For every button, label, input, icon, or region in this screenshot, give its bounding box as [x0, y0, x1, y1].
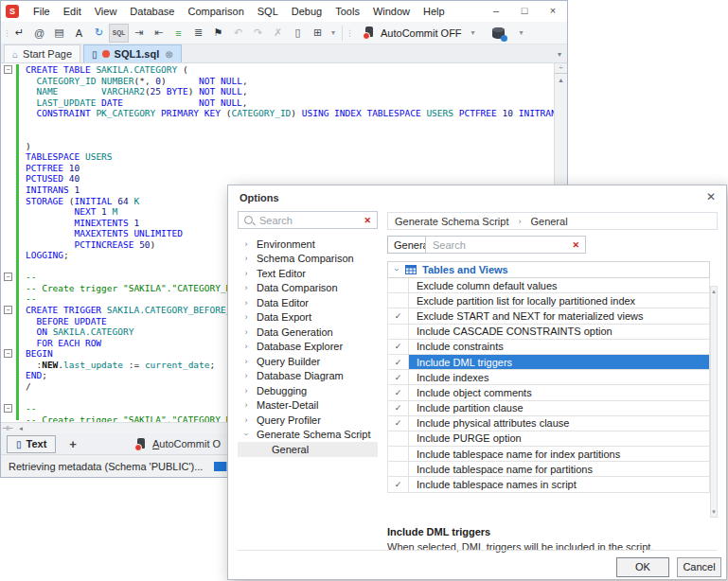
menu-item-tools[interactable]: Tools	[328, 1, 366, 22]
option-row-include-tablespace-names-in-script[interactable]: ✓Include tablespace names in script	[387, 477, 710, 492]
tree-item-query-profiler[interactable]: ›Query Profiler	[238, 413, 378, 428]
chevron-collapsed-icon[interactable]: ›	[241, 312, 251, 322]
scroll-up-icon[interactable]: ▲	[555, 74, 567, 83]
chevron-expanded-icon[interactable]: ›	[392, 261, 401, 278]
option-row-include-tablespace-name-for-partitions[interactable]: Include tablespace name for partitions	[387, 462, 710, 477]
tree-item-data-generation[interactable]: ›Data Generation	[238, 325, 378, 340]
tree-item-master-detail[interactable]: ›Master-Detail	[238, 398, 378, 414]
parameters-icon[interactable]: @	[29, 24, 49, 43]
hsplit-handle-icon[interactable]: ⊣⊢	[1, 425, 14, 432]
next-bookmark-icon[interactable]: ↷	[248, 24, 268, 43]
tab-sql1[interactable]: ▯ SQL1.sql ⊗	[83, 44, 182, 62]
checkbox-unchecked[interactable]	[388, 325, 409, 339]
chevron-collapsed-icon[interactable]: ›	[241, 371, 251, 380]
checkbox-unchecked[interactable]	[388, 447, 409, 461]
comment-icon[interactable]: ≡	[169, 24, 188, 43]
document-outline-icon[interactable]: ▯	[288, 24, 308, 43]
code-line[interactable]: CREATE TABLE SAKILA.CATEGORY (	[26, 64, 556, 76]
clear-search-icon[interactable]: ✕	[572, 240, 579, 250]
scroll-down-icon[interactable]: ▼	[711, 509, 717, 517]
prev-bookmark-icon[interactable]: ↶	[228, 24, 248, 43]
menu-item-view[interactable]: View	[88, 1, 124, 22]
option-row-exclude-column-default-values[interactable]: Exclude column default values	[387, 278, 710, 293]
new-sql-icon[interactable]: ↵	[9, 24, 29, 43]
chevron-collapsed-icon[interactable]: ›	[241, 269, 251, 278]
tab-close-icon[interactable]: ⊗	[165, 49, 172, 60]
refresh-icon[interactable]: ↻	[89, 24, 109, 43]
chevron-collapsed-icon[interactable]: ›	[241, 386, 251, 396]
checkbox-checked[interactable]: ✓	[388, 340, 409, 354]
option-row-exclude-partition-list-for-locally-partitioned-index[interactable]: Exclude partition list for locally parti…	[387, 293, 710, 308]
checkbox-unchecked[interactable]	[388, 278, 409, 292]
chevron-collapsed-icon[interactable]: ›	[241, 254, 251, 263]
clear-bookmarks-icon[interactable]: ✗	[268, 24, 288, 43]
tab-start-page[interactable]: ⌂ Start Page	[4, 44, 80, 62]
tree-item-query-builder[interactable]: ›Query Builder	[238, 354, 378, 369]
uncomment-icon[interactable]: ≣	[188, 24, 208, 43]
chevron-collapsed-icon[interactable]: ›	[241, 298, 251, 308]
fold-collapse-icon[interactable]: −	[4, 273, 12, 281]
chevron-collapsed-icon[interactable]: ›	[241, 400, 251, 410]
clear-search-icon[interactable]: ✕	[364, 216, 371, 225]
tree-item-database-explorer[interactable]: ›Database Explorer	[238, 340, 378, 355]
menu-item-comparison[interactable]: Comparison	[181, 1, 250, 22]
checkbox-unchecked[interactable]	[388, 431, 409, 446]
tree-item-environment[interactable]: ›Environment	[238, 237, 378, 252]
tab-text-view[interactable]: ▯ Text	[7, 435, 56, 453]
menu-item-window[interactable]: Window	[366, 1, 417, 22]
scroll-up-icon[interactable]: ▲	[711, 287, 717, 294]
close-button[interactable]: ×	[539, 1, 567, 22]
code-line[interactable]	[26, 119, 556, 131]
maximize-button[interactable]: □	[510, 1, 539, 22]
tree-item-text-editor[interactable]: ›Text Editor	[238, 266, 378, 281]
fold-collapse-icon[interactable]: −	[4, 65, 12, 74]
checkbox-checked[interactable]: ✓	[388, 477, 409, 491]
options-search-input[interactable]	[257, 214, 364, 227]
option-row-include-dml-triggers[interactable]: ✓Include DML triggers	[387, 355, 710, 370]
tree-item-general[interactable]: General	[238, 442, 378, 457]
code-line[interactable]: TABLESPACE USERS	[26, 151, 556, 163]
checkbox-unchecked[interactable]	[388, 293, 409, 308]
chevron-collapsed-icon[interactable]: ›	[241, 327, 251, 337]
cancel-button[interactable]: Cancel	[677, 557, 721, 577]
tree-item-schema-comparison[interactable]: ›Schema Comparison	[238, 252, 378, 267]
checkbox-checked[interactable]: ✓	[388, 370, 409, 384]
chevron-expanded-icon[interactable]: ›	[241, 430, 251, 439]
option-row-include-purge-option[interactable]: Include PURGE option	[387, 431, 710, 447]
menu-item-file[interactable]: File	[27, 1, 57, 22]
toolbar-grip-icon[interactable]: ⋮	[3, 28, 9, 38]
fold-collapse-icon[interactable]: −	[4, 306, 12, 314]
tree-item-database-diagram[interactable]: ›Database Diagram	[238, 369, 378, 384]
tree-item-debugging[interactable]: ›Debugging	[238, 383, 378, 398]
code-line[interactable]: CONSTRAINT PK_CATEGORY PRIMARY KEY (CATE…	[26, 108, 556, 119]
chevron-collapsed-icon[interactable]: ›	[241, 357, 251, 366]
window-split-icon[interactable]: ⊞	[308, 24, 328, 43]
checkbox-unchecked[interactable]	[388, 462, 409, 476]
open-file-icon[interactable]: ▤	[49, 24, 69, 43]
autocommit-toggle[interactable]: AutoCommit OFF ▾	[364, 26, 479, 39]
scroll-left-icon[interactable]: ◂	[14, 425, 27, 432]
option-row-include-partition-clause[interactable]: ✓Include partition clause	[387, 401, 710, 416]
chevron-collapsed-icon[interactable]: ›	[241, 283, 251, 292]
increase-indent-icon[interactable]: ⇥	[129, 24, 149, 43]
tree-item-generate-schema-script[interactable]: ›Generate Schema Script	[238, 428, 378, 443]
autocommit-dropdown-icon[interactable]: ▾	[468, 28, 479, 37]
split-handle-icon[interactable]: ÷	[555, 63, 567, 74]
checkbox-checked[interactable]: ✓	[388, 308, 409, 323]
format-code-icon[interactable]: A	[69, 24, 89, 43]
option-row-exclude-start-and-next-for-materialized-views[interactable]: ✓Exclude START and NEXT for materialized…	[387, 308, 710, 324]
option-row-include-cascade-constraints-option[interactable]: Include CASCADE CONSTRAINTS option	[387, 325, 710, 340]
option-row-include-indexes[interactable]: ✓Include indexes	[387, 370, 710, 385]
code-line[interactable]	[26, 130, 556, 141]
code-line[interactable]: LAST_UPDATE DATE NOT NULL,	[26, 97, 556, 109]
code-line[interactable]: )	[26, 141, 556, 152]
tree-item-data-comparison[interactable]: ›Data Comparison	[238, 281, 378, 296]
fold-collapse-icon[interactable]: −	[4, 404, 12, 413]
connection-group[interactable]: ▾	[488, 27, 527, 39]
checkbox-checked[interactable]: ✓	[388, 416, 409, 431]
option-row-include-object-comments[interactable]: ✓Include object comments	[387, 385, 710, 400]
ok-button[interactable]: OK	[616, 557, 669, 577]
code-line[interactable]: PCTFREE 10	[26, 163, 556, 174]
option-row-include-constraints[interactable]: ✓Include constraints	[387, 340, 710, 355]
validate-sql-icon[interactable]: SQL	[109, 24, 129, 43]
